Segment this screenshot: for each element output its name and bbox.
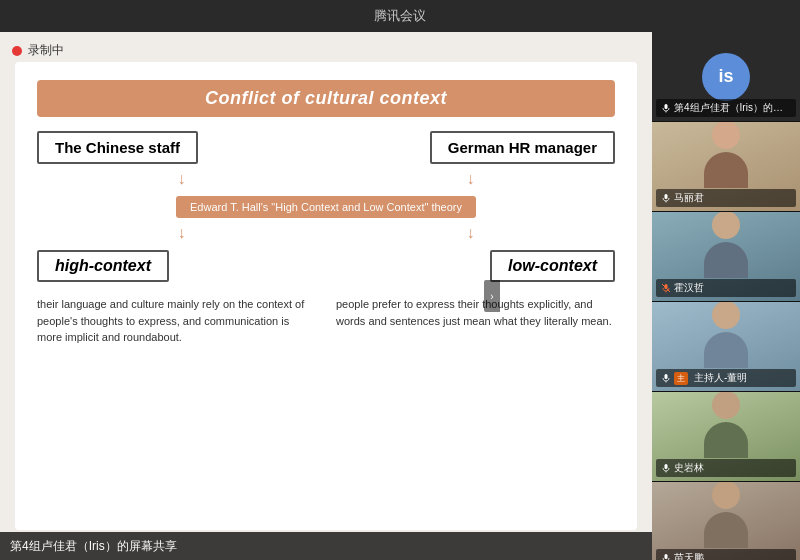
expand-button[interactable]: › <box>484 280 500 312</box>
person-silhouette-4 <box>696 392 756 461</box>
svg-rect-2 <box>665 194 668 199</box>
mic-icon-3 <box>661 373 671 383</box>
svg-rect-9 <box>665 464 668 469</box>
slide-right-entity: German HR manager <box>430 131 615 164</box>
bottom-bar: 第4组卢佳君（Iris）的屏幕共享 <box>0 532 652 560</box>
person-head-4 <box>712 392 740 419</box>
participant-name-badge-4: 史岩林 <box>656 459 796 477</box>
arrow-right-2: ↓ <box>467 224 475 242</box>
mic-icon-2 <box>661 283 671 293</box>
participant-name-badge-2: 霍汉哲 <box>656 279 796 297</box>
slide-row-concepts: high-context low-context <box>37 250 615 282</box>
person-body-4 <box>704 422 748 458</box>
sidebar: is 第4组卢佳君（Iris）的屏… <box>652 32 800 560</box>
svg-rect-11 <box>665 554 668 559</box>
arrow-row-2: ↓ ↓ <box>37 224 615 242</box>
slide-right-concept: low-context <box>490 250 615 282</box>
participant-name-4: 史岩林 <box>674 461 704 475</box>
participant-name-3: 主持人-董明 <box>694 371 747 385</box>
svg-rect-0 <box>665 104 668 109</box>
top-bar: 腾讯会议 <box>0 0 800 32</box>
person-body-1 <box>704 152 748 188</box>
participant-name-2: 霍汉哲 <box>674 281 704 295</box>
slide-title: Conflict of cultural context <box>37 80 615 117</box>
slide-left-entity: The Chinese staff <box>37 131 198 164</box>
recording-badge: 录制中 <box>12 42 64 59</box>
slide: Conflict of cultural context The Chinese… <box>15 62 637 530</box>
slide-row-entities: The Chinese staff German HR manager <box>37 131 615 164</box>
person-body-5 <box>704 512 748 548</box>
recording-dot <box>12 46 22 56</box>
arrow-left-1: ↓ <box>178 170 186 188</box>
mic-icon-1 <box>661 193 671 203</box>
slide-left-concept: high-context <box>37 250 169 282</box>
participant-tile-3: 主 主持人-董明 <box>652 302 800 392</box>
recording-label: 录制中 <box>28 42 64 59</box>
presentation-area: 录制中 Conflict of cultural context The Chi… <box>0 32 652 560</box>
person-head-3 <box>712 302 740 329</box>
participant-name-1: 马丽君 <box>674 191 704 205</box>
participant-tile-5: 苗天鹏 <box>652 482 800 560</box>
arrow-row-1: ↓ ↓ <box>37 170 615 188</box>
participant-avatar-0: is <box>702 53 750 101</box>
person-body-3 <box>704 332 748 368</box>
participant-tile-1: 马丽君 <box>652 122 800 212</box>
app-title: 腾讯会议 <box>374 7 426 25</box>
person-silhouette-3 <box>696 302 756 371</box>
slide-left-desc: their language and culture mainly rely o… <box>37 296 316 346</box>
mic-icon-4 <box>661 463 671 473</box>
arrow-left-2: ↓ <box>178 224 186 242</box>
participant-tile-0: is 第4组卢佳君（Iris）的屏… <box>652 32 800 122</box>
host-badge-3: 主 <box>674 372 688 385</box>
participant-name-badge-1: 马丽君 <box>656 189 796 207</box>
slide-right-desc: people prefer to express their thoughts … <box>336 296 615 346</box>
mic-icon-0 <box>661 103 671 113</box>
person-head-1 <box>712 122 740 149</box>
participant-tile-4: 史岩林 <box>652 392 800 482</box>
participant-tile-2: 霍汉哲 <box>652 212 800 302</box>
theory-box: Edward T. Hall's "High Context and Low C… <box>176 196 476 218</box>
participant-name-badge-0: 第4组卢佳君（Iris）的屏… <box>656 99 796 117</box>
participant-name-badge-5: 苗天鹏 <box>656 549 796 560</box>
main-layout: 录制中 Conflict of cultural context The Chi… <box>0 32 800 560</box>
participant-name-5: 苗天鹏 <box>674 551 704 560</box>
slide-middle: Edward T. Hall's "High Context and Low C… <box>37 196 615 218</box>
person-silhouette-1 <box>696 122 756 191</box>
person-silhouette-5 <box>696 482 756 551</box>
person-head-2 <box>712 212 740 239</box>
mic-icon-5 <box>661 553 671 560</box>
person-body-2 <box>704 242 748 278</box>
person-silhouette-2 <box>696 212 756 281</box>
svg-rect-7 <box>665 374 668 379</box>
person-head-5 <box>712 482 740 509</box>
participant-name-badge-3: 主 主持人-董明 <box>656 369 796 387</box>
slide-row-descriptions: their language and culture mainly rely o… <box>37 296 615 346</box>
sharing-label: 第4组卢佳君（Iris）的屏幕共享 <box>10 538 177 555</box>
arrow-right-1: ↓ <box>467 170 475 188</box>
participant-name-0: 第4组卢佳君（Iris）的屏… <box>674 101 791 115</box>
